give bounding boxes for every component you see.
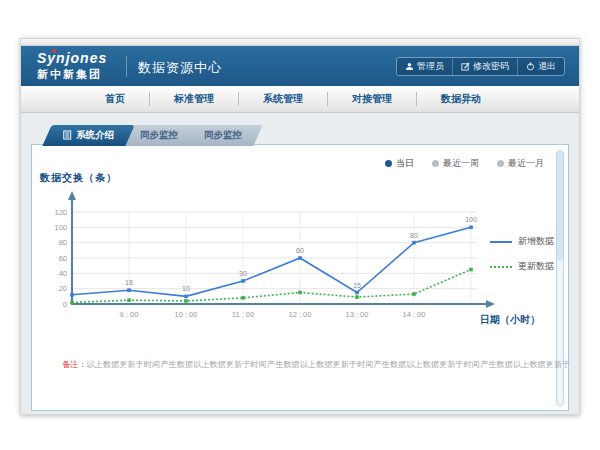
svg-text:40: 40 — [59, 269, 67, 278]
window-top-strip — [21, 39, 579, 46]
scrollbar-thumb[interactable] — [557, 151, 563, 261]
svg-text:12 : 00: 12 : 00 — [289, 310, 312, 319]
radio-last-month[interactable]: 最近一月 — [497, 157, 544, 170]
user-actions: 管理员 修改密码 退出 — [396, 57, 565, 76]
edit-icon — [461, 62, 470, 71]
logo-red-dot-icon — [52, 49, 56, 53]
nav-item-system-management[interactable]: 系统管理 — [239, 92, 327, 106]
logo-company-name: 新中新集团 — [37, 67, 107, 82]
x-axis-title: 日期（小时） — [480, 313, 540, 327]
app-header: Synjones 新中新集团 数据资源中心 管理员 修改密码 — [21, 46, 579, 86]
tab-label: 系统介绍 — [76, 129, 114, 142]
radio-dot-icon — [497, 160, 504, 167]
header-divider — [126, 56, 127, 77]
app-window: Synjones 新中新集团 数据资源中心 管理员 修改密码 — [20, 38, 580, 415]
svg-text:9 : 00: 9 : 00 — [120, 310, 139, 319]
svg-text:60: 60 — [296, 247, 304, 254]
nav-item-data-change[interactable]: 数据异动 — [417, 92, 505, 106]
svg-text:80: 80 — [59, 238, 67, 247]
svg-text:11 : 00: 11 : 00 — [232, 310, 254, 319]
svg-text:10: 10 — [182, 285, 190, 292]
svg-text:18: 18 — [125, 279, 133, 286]
chart-panel: 当日 最近一周 最近一月 数据交换（条） 0204060801001209 : … — [31, 144, 569, 411]
power-icon — [526, 62, 535, 71]
svg-text:13 : 00: 13 : 00 — [346, 310, 369, 319]
footnote: 备注：以上数据更新于时间产生数据以上数据更新于时间产生数据以上数据更新于时间产生… — [62, 359, 552, 370]
svg-text:100: 100 — [465, 216, 477, 223]
legend-updated-data-label: 更新数据 — [518, 260, 554, 273]
change-password-button[interactable]: 修改密码 — [452, 58, 517, 75]
tab-label: 同步监控 — [204, 129, 242, 142]
main-nav: 首页 标准管理 系统管理 对接管理 数据异动 — [21, 86, 579, 113]
legend-item-updated-data[interactable]: 更新数据 — [490, 260, 554, 273]
svg-text:30: 30 — [239, 270, 247, 277]
tab-bar: 系统介绍 同步监控 同步监控 — [47, 125, 252, 146]
footnote-text: 以上数据更新于时间产生数据以上数据更新于时间产生数据以上数据更新于时间产生数据以… — [87, 360, 571, 369]
radio-dot-icon — [432, 160, 439, 167]
legend-line-dotted-icon — [490, 266, 512, 268]
change-password-label: 修改密码 — [473, 60, 509, 73]
radio-dot-icon — [385, 160, 392, 167]
logout-button[interactable]: 退出 — [517, 58, 564, 75]
nav-item-standard-management[interactable]: 标准管理 — [150, 92, 238, 106]
time-range-filter: 当日 最近一周 最近一月 — [385, 157, 544, 170]
nav-item-interface-management[interactable]: 对接管理 — [328, 92, 416, 106]
radio-last-week-label: 最近一周 — [443, 157, 479, 170]
brand-logo: Synjones 新中新集团 — [37, 50, 107, 82]
logo-wordmark: Synjones — [37, 50, 107, 66]
admin-user-label: 管理员 — [417, 60, 444, 73]
svg-text:20: 20 — [59, 284, 67, 293]
logout-label: 退出 — [538, 60, 556, 73]
legend-item-new-data[interactable]: 新增数据 — [490, 235, 554, 248]
tab-sync-monitor-2[interactable]: 同步监控 — [183, 125, 262, 146]
document-icon — [63, 130, 72, 142]
nav-item-home[interactable]: 首页 — [81, 92, 149, 106]
svg-text:100: 100 — [54, 223, 67, 232]
radio-last-week[interactable]: 最近一周 — [432, 157, 479, 170]
footnote-label: 备注： — [62, 360, 87, 369]
radio-today-label: 当日 — [396, 157, 414, 170]
svg-text:10 : 00: 10 : 00 — [175, 310, 198, 319]
y-axis-title: 数据交换（条） — [40, 171, 117, 185]
svg-text:60: 60 — [59, 254, 67, 263]
radio-last-month-label: 最近一月 — [508, 157, 544, 170]
radio-today[interactable]: 当日 — [385, 157, 414, 170]
svg-text:15: 15 — [353, 282, 361, 289]
chart-svg: 0204060801001209 : 0010 : 0011 : 0012 : … — [32, 185, 502, 330]
tab-label: 同步监控 — [140, 129, 178, 142]
user-icon — [405, 62, 414, 71]
series-legend: 新增数据 更新数据 — [490, 235, 554, 273]
svg-text:120: 120 — [54, 208, 67, 217]
page: Synjones 新中新集团 数据资源中心 管理员 修改密码 — [0, 0, 600, 450]
svg-text:0: 0 — [63, 300, 67, 309]
app-title: 数据资源中心 — [138, 59, 222, 77]
svg-text:80: 80 — [410, 232, 418, 239]
legend-new-data-label: 新增数据 — [518, 235, 554, 248]
admin-user-button[interactable]: 管理员 — [397, 58, 452, 75]
tab-system-intro[interactable]: 系统介绍 — [42, 125, 134, 146]
legend-line-solid-icon — [490, 241, 512, 243]
svg-text:14 : 00: 14 : 00 — [403, 310, 426, 319]
